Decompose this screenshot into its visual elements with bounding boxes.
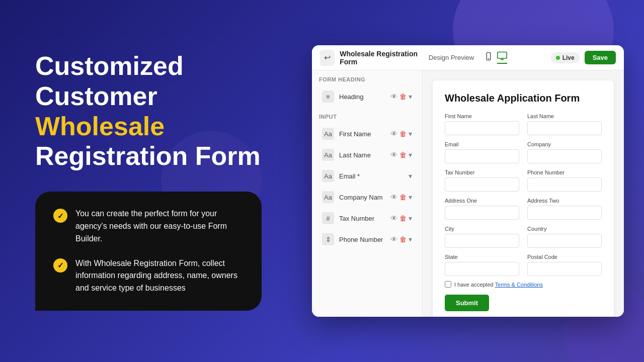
form-field-city: City <box>445 226 519 248</box>
eye-icon-company[interactable]: 👁 <box>390 193 397 201</box>
form-input-address2[interactable] <box>527 206 602 220</box>
sidebar-item-lastname[interactable]: Aa Last Name 👁 🗑 ▾ <box>315 145 419 165</box>
sidebar-item-taxnumber-actions: 👁 🗑 ▾ <box>390 214 412 222</box>
form-label-phone: Phone Number <box>527 169 602 175</box>
chevron-icon-firstname[interactable]: ▾ <box>409 130 412 138</box>
preview-area: Wholesale Application Form First Name La… <box>423 70 624 317</box>
app-body: Form Heading ≡ Heading 👁 🗑 ▾ Input Aa Fi… <box>312 70 624 317</box>
app-header: ↩ Wholesale Registration Form Design Pre… <box>312 45 624 70</box>
feature-text-1: You can create the perfect form for your… <box>75 208 244 245</box>
sidebar-section-input: Input <box>312 108 422 123</box>
design-preview-label[interactable]: Design Preview <box>429 54 474 61</box>
form-input-taxnumber[interactable] <box>445 177 519 192</box>
features-card: You can create the perfect form for your… <box>35 192 262 311</box>
chevron-icon-taxnumber[interactable]: ▾ <box>409 214 412 222</box>
form-field-lastname: Last Name <box>527 113 602 135</box>
save-button[interactable]: Save <box>585 51 616 64</box>
chevron-icon-phone[interactable]: ▾ <box>409 235 412 243</box>
sidebar-item-taxnumber[interactable]: # Tax Number 👁 🗑 ▾ <box>315 208 419 228</box>
form-field-firstname: First Name <box>445 113 519 135</box>
check-icon-2 <box>53 258 67 273</box>
form-input-firstname[interactable] <box>445 121 519 135</box>
sidebar-item-heading[interactable]: ≡ Heading 👁 🗑 ▾ <box>315 86 419 107</box>
sidebar-item-lastname-icon: Aa <box>322 149 334 161</box>
form-label-email: Email <box>445 141 519 147</box>
title-line3: Registration Form <box>35 141 261 170</box>
form-label-postal: Postal Code <box>527 254 602 260</box>
back-icon[interactable]: ↩ <box>320 50 335 66</box>
eye-icon-firstname[interactable]: 👁 <box>390 130 397 138</box>
form-input-phone[interactable] <box>527 177 602 192</box>
form-label-address2: Address Two <box>527 198 602 204</box>
app-header-title: Wholesale Registration Form <box>340 50 429 66</box>
eye-icon-lastname[interactable]: 👁 <box>390 151 397 159</box>
sidebar-item-firstname[interactable]: Aa First Name 👁 🗑 ▾ <box>315 124 419 144</box>
eye-icon-taxnumber[interactable]: 👁 <box>390 214 397 222</box>
trash-icon-company[interactable]: 🗑 <box>399 193 407 201</box>
sidebar: Form Heading ≡ Heading 👁 🗑 ▾ Input Aa Fi… <box>312 70 423 317</box>
chevron-icon-company[interactable]: ▾ <box>409 193 412 201</box>
sidebar-item-email-icon: Aa <box>322 170 334 182</box>
app-header-center: Design Preview <box>429 51 507 64</box>
terms-link[interactable]: Terms & Conditions <box>495 282 543 288</box>
sidebar-item-company[interactable]: Aa Company Nam 👁 🗑 ▾ <box>315 187 419 207</box>
form-card: Wholesale Application Form First Name La… <box>433 80 614 317</box>
trash-icon-taxnumber[interactable]: 🗑 <box>399 214 407 222</box>
chevron-icon-email[interactable]: ▾ <box>409 172 412 180</box>
terms-checkbox[interactable] <box>445 281 451 288</box>
form-field-phone: Phone Number <box>527 169 602 192</box>
form-input-state[interactable] <box>445 262 519 276</box>
sidebar-item-heading-label: Heading <box>339 93 385 101</box>
feature-item-2: With Wholesale Registration Form, collec… <box>53 257 244 295</box>
mobile-icon[interactable] <box>484 52 493 63</box>
sidebar-item-phone-icon: ⇕ <box>322 233 334 245</box>
sidebar-item-firstname-label: First Name <box>339 130 385 138</box>
form-label-company: Company <box>527 141 602 147</box>
form-field-email: Email <box>445 141 519 163</box>
trash-icon-heading[interactable]: 🗑 <box>399 93 407 101</box>
form-field-postal: Postal Code <box>527 254 602 276</box>
form-input-email[interactable] <box>445 149 519 163</box>
app-window: ↩ Wholesale Registration Form Design Pre… <box>312 45 624 317</box>
trash-icon-firstname[interactable]: 🗑 <box>399 130 407 138</box>
chevron-icon-lastname[interactable]: ▾ <box>409 151 412 159</box>
form-label-address1: Address One <box>445 198 519 204</box>
live-badge: Live <box>551 52 580 63</box>
eye-icon-heading[interactable]: 👁 <box>390 93 397 101</box>
sidebar-item-phone-label: Phone Number <box>339 236 385 243</box>
form-label-lastname: Last Name <box>527 113 602 119</box>
sidebar-section-form-heading: Form Heading <box>312 70 422 85</box>
trash-icon-phone[interactable]: 🗑 <box>399 235 407 243</box>
form-input-company[interactable] <box>527 149 602 163</box>
chevron-icon-heading[interactable]: ▾ <box>409 93 412 101</box>
form-input-country[interactable] <box>527 234 602 248</box>
form-input-lastname[interactable] <box>527 121 602 135</box>
app-header-left: ↩ Wholesale Registration Form <box>320 50 429 66</box>
form-field-taxnumber: Tax Number <box>445 169 519 192</box>
app-header-right: Live Save <box>507 51 616 64</box>
form-label-city: City <box>445 226 519 232</box>
feature-text-2: With Wholesale Registration Form, collec… <box>75 257 244 295</box>
live-label: Live <box>562 54 575 61</box>
form-input-address1[interactable] <box>445 206 519 220</box>
form-field-address1: Address One <box>445 198 519 220</box>
sidebar-item-firstname-actions: 👁 🗑 ▾ <box>390 130 412 138</box>
live-dot <box>556 56 560 60</box>
sidebar-item-lastname-actions: 👁 🗑 ▾ <box>390 151 412 159</box>
check-icon-1 <box>53 209 67 223</box>
svg-rect-2 <box>498 52 507 59</box>
desktop-icon[interactable] <box>497 51 507 64</box>
sidebar-item-email[interactable]: Aa Email * ▾ <box>315 166 419 186</box>
submit-button[interactable]: Submit <box>445 295 489 311</box>
sidebar-item-lastname-label: Last Name <box>339 151 385 159</box>
form-input-city[interactable] <box>445 234 519 248</box>
form-label-taxnumber: Tax Number <box>445 169 519 175</box>
eye-icon-phone[interactable]: 👁 <box>390 235 397 243</box>
trash-icon-lastname[interactable]: 🗑 <box>399 151 407 159</box>
sidebar-item-phone[interactable]: ⇕ Phone Number 👁 🗑 ▾ <box>315 229 419 249</box>
sidebar-item-company-icon: Aa <box>322 191 334 203</box>
sidebar-item-heading-actions: 👁 🗑 ▾ <box>390 93 412 101</box>
form-grid: First Name Last Name Email <box>445 113 602 276</box>
form-label-state: State <box>445 254 519 260</box>
form-input-postal[interactable] <box>527 262 602 276</box>
